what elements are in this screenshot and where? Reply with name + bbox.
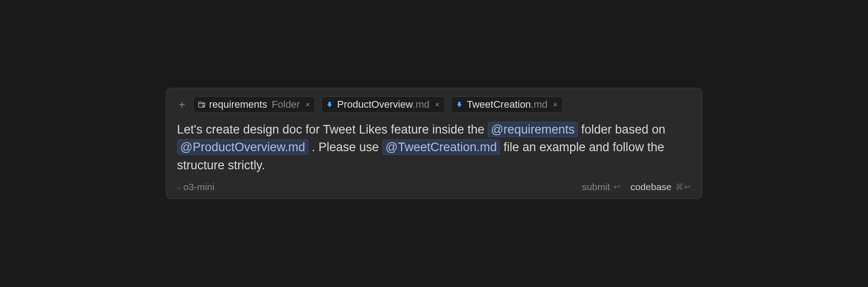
cmd-enter-key-icon: ⌘↩ (675, 182, 691, 192)
model-selector[interactable]: ⌵ o3-mini (177, 182, 215, 192)
markdown-icon (455, 100, 463, 109)
submit-button[interactable]: submit ↩ (582, 182, 621, 192)
mention[interactable]: @requirements (488, 122, 578, 137)
add-context-button[interactable]: + (177, 98, 187, 111)
prompt-footer: ⌵ o3-mini submit ↩ codebase ⌘↩ (177, 182, 691, 192)
mention[interactable]: @TweetCreation.md (382, 139, 500, 155)
prompt-box: + requirements Folder × Produc (166, 88, 703, 199)
enter-key-icon: ↩ (613, 182, 620, 192)
chip-close-icon[interactable]: × (435, 100, 440, 109)
codebase-button[interactable]: codebase ⌘↩ (630, 182, 691, 192)
chip-name: TweetCreation.md (467, 99, 548, 110)
prompt-input[interactable]: Let's create design doc for Tweet Likes … (177, 121, 691, 174)
mention[interactable]: @ProductOverview.md (177, 139, 309, 155)
chevron-down-icon: ⌵ (177, 183, 181, 191)
context-chip-productoverview[interactable]: ProductOverview.md × (321, 96, 445, 113)
chip-close-icon[interactable]: × (305, 100, 310, 109)
footer-actions: submit ↩ codebase ⌘↩ (582, 182, 691, 192)
chip-name: ProductOverview.md (337, 99, 429, 110)
context-row: + requirements Folder × Produc (177, 96, 691, 113)
chip-name: requirements (209, 99, 267, 110)
context-chip-requirements[interactable]: requirements Folder × (193, 96, 315, 113)
chip-close-icon[interactable]: × (553, 100, 558, 109)
model-name: o3-mini (184, 182, 215, 192)
context-chip-tweetcreation[interactable]: TweetCreation.md × (451, 96, 563, 113)
folder-icon (198, 100, 206, 109)
submit-label: submit (582, 182, 610, 192)
markdown-icon (326, 100, 334, 109)
chip-meta: Folder (272, 99, 300, 110)
codebase-label: codebase (630, 182, 671, 192)
